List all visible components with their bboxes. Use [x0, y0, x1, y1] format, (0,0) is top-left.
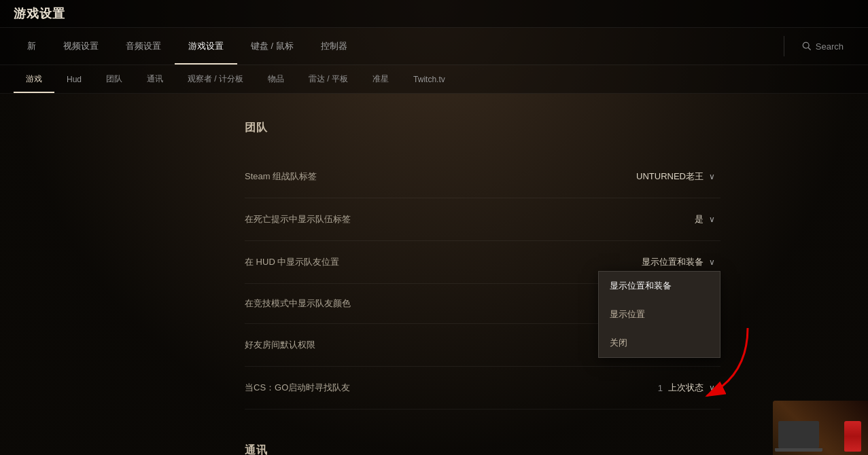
setting-row-show-clan: 在死亡提示中显示队伍标签 是 ∨	[245, 198, 721, 241]
sub-nav-item-items[interactable]: 物品	[256, 65, 296, 93]
nav-item-keyboard[interactable]: 键盘 / 鼠标	[237, 28, 307, 65]
dropdown-item-pos-only[interactable]: 显示位置	[599, 300, 720, 329]
corner-laptop	[778, 421, 819, 448]
setting-label-friend-room: 好友房间默认权限	[245, 339, 612, 351]
comms-section-title: 通讯	[245, 443, 721, 455]
nav-item-new[interactable]: 新	[14, 28, 50, 65]
search-label: Search	[816, 41, 844, 52]
corner-can	[844, 421, 861, 452]
setting-value-friend-pos[interactable]: 显示位置和装备 ∨	[612, 253, 721, 271]
setting-row-find-friends: 当CS：GO启动时寻找队友 1 上次状态 ∨	[245, 367, 721, 410]
nav-item-video[interactable]: 视频设置	[50, 28, 112, 65]
page-title: 游戏设置	[14, 5, 65, 22]
main-content: 团队 Steam 组战队标签 UNTURNED老王 ∨ 在死亡提示中显示队伍标签…	[0, 94, 868, 455]
find-friends-prefix: 1	[658, 383, 663, 393]
sub-nav-item-comms[interactable]: 通讯	[135, 65, 175, 93]
chevron-icon-show-clan: ∨	[709, 215, 715, 224]
sub-nav-item-radar[interactable]: 雷达 / 平板	[296, 65, 360, 93]
nav-items: 新 视频设置 音频设置 游戏设置 键盘 / 鼠标 控制器	[14, 28, 777, 65]
setting-row-steam-tag: Steam 组战队标签 UNTURNED老王 ∨	[245, 156, 721, 198]
setting-row-friend-pos: 在 HUD 中显示队友位置 显示位置和装备 ∨ 显示位置和装备 显示位置 关闭	[245, 241, 721, 284]
nav-item-game[interactable]: 游戏设置	[175, 28, 237, 65]
sub-nav: 游戏 Hud 团队 通讯 观察者 / 计分板 物品 雷达 / 平板 准星 Twi…	[0, 65, 868, 94]
settings-panel: 团队 Steam 组战队标签 UNTURNED老王 ∨ 在死亡提示中显示队伍标签…	[245, 121, 721, 455]
nav-item-audio[interactable]: 音频设置	[112, 28, 175, 65]
chevron-icon-steam-tag: ∨	[709, 172, 715, 181]
sub-nav-item-observer[interactable]: 观察者 / 计分板	[175, 65, 256, 93]
friend-pos-dropdown: 显示位置和装备 显示位置 关闭	[598, 271, 721, 358]
nav-item-controller[interactable]: 控制器	[307, 28, 361, 65]
setting-label-show-clan: 在死亡提示中显示队伍标签	[245, 213, 612, 225]
corner-image-inner	[773, 401, 868, 455]
chevron-icon-friend-pos: ∨	[709, 257, 715, 267]
sub-nav-item-twitch[interactable]: Twitch.tv	[401, 67, 457, 92]
steam-tag-value: UNTURNED老王	[636, 170, 704, 183]
dropdown-item-pos-and-gear[interactable]: 显示位置和装备	[599, 272, 720, 300]
nav-separator	[784, 36, 784, 56]
team-section-title: 团队	[245, 121, 721, 135]
setting-value-show-clan[interactable]: 是 ∨	[612, 211, 721, 228]
corner-image	[773, 401, 868, 455]
setting-label-friend-pos: 在 HUD 中显示队友位置	[245, 256, 612, 268]
setting-label-steam-tag: Steam 组战队标签	[245, 170, 612, 183]
svg-line-1	[808, 48, 810, 50]
show-clan-value: 是	[695, 213, 704, 225]
dropdown-container-friend-pos: 显示位置和装备 ∨ 显示位置和装备 显示位置 关闭	[612, 253, 721, 271]
friend-pos-value: 显示位置和装备	[642, 256, 704, 268]
sub-nav-item-crosshair[interactable]: 准星	[360, 65, 401, 93]
setting-label-friend-color: 在竞技模式中显示队友颜色	[245, 297, 612, 310]
setting-label-find-friends: 当CS：GO启动时寻找队友	[245, 382, 612, 394]
sub-nav-item-hud[interactable]: Hud	[54, 67, 94, 92]
search-icon	[802, 41, 812, 51]
sub-nav-item-game[interactable]: 游戏	[14, 65, 54, 93]
setting-value-steam-tag[interactable]: UNTURNED老王 ∨	[612, 168, 721, 185]
search-bar[interactable]: Search	[791, 36, 854, 57]
top-bar: 游戏设置	[0, 0, 868, 28]
nav-bar: 新 视频设置 音频设置 游戏设置 键盘 / 鼠标 控制器 Search	[0, 28, 868, 65]
dropdown-item-off[interactable]: 关闭	[599, 329, 720, 357]
sub-nav-item-team[interactable]: 团队	[94, 65, 135, 93]
